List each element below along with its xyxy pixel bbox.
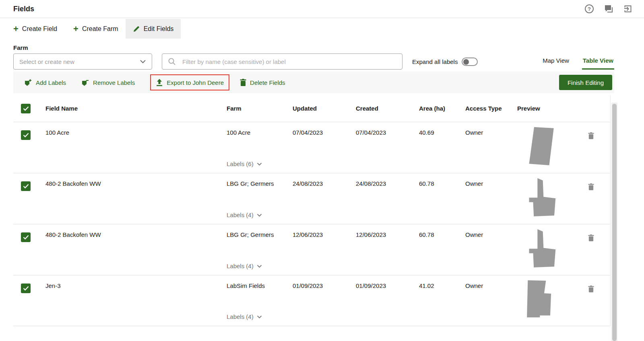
updated-date: 07/04/2023 [293,122,356,173]
labels-expander[interactable]: Labels (6) [227,160,293,167]
farm-name: LBG Gr; Germers [227,231,293,238]
col-header-access-type: Access Type [465,105,517,112]
field-preview-shape [517,275,588,326]
created-date: 01/09/2023 [356,275,419,326]
area-value: 40.69 [419,122,465,173]
logout-icon[interactable] [623,4,633,14]
finish-editing-button[interactable]: Finish Editing [559,75,612,90]
farm-name: 100 Acre [227,129,293,136]
view-tabs: Map View Table View [542,55,614,70]
create-farm-button[interactable]: + Create Farm [66,19,126,39]
help-icon[interactable]: ? [584,4,594,14]
add-labels-button[interactable]: Add Labels [24,78,66,86]
field-name: 100 Acre [45,122,227,173]
remove-label-icon [81,78,89,86]
edit-fields-label: Edit Fields [144,25,174,33]
table-row: 480-2 Backofen WW LBG Gr; Germers Labels… [13,173,610,224]
remove-labels-button[interactable]: Remove Labels [81,78,135,86]
delete-fields-button[interactable]: Delete Fields [240,79,285,86]
field-name: 480-2 Backofen WW [45,224,227,275]
row-checkbox[interactable] [21,232,31,242]
chevron-down-icon [257,265,262,268]
farm-select[interactable]: Select or create new [13,53,152,70]
export-to-john-deere-button[interactable]: Export to John Deere [156,78,224,86]
mode-buttons-row: + Create Field + Create Farm Edit Fields [13,19,644,39]
updated-date: 01/09/2023 [293,275,356,326]
expand-labels-group: Expand all labels [412,58,478,66]
row-checkbox[interactable] [21,283,31,293]
field-filter-searchbox [162,53,402,70]
select-all-checkbox[interactable] [21,104,31,113]
labels-expander[interactable]: Labels (4) [227,313,293,320]
create-field-button[interactable]: + Create Field [13,19,66,39]
field-name: Jen-3 [45,275,227,326]
create-field-label: Create Field [22,25,57,33]
col-header-area: Area (ha) [419,105,465,112]
farm-name: LabSim Fields [227,282,293,289]
col-header-farm: Farm [227,105,293,112]
delete-row-button[interactable] [588,183,594,191]
annotation-highlight-box: Export to John Deere [150,74,229,90]
fields-table: Field Name Farm Updated Created Area (ha… [13,95,611,326]
updated-date: 12/06/2023 [293,224,356,275]
farm-select-label: Farm [13,44,644,51]
pencil-icon [133,25,140,33]
col-header-updated: Updated [293,105,356,112]
area-value: 60.78 [419,173,465,224]
col-header-field-name: Field Name [45,105,227,112]
upload-icon [156,78,163,86]
svg-text:?: ? [588,6,591,12]
delete-row-button[interactable] [588,131,594,140]
chevron-down-icon [257,162,262,166]
expand-labels-toggle[interactable] [462,58,478,66]
plus-icon: + [73,25,78,33]
chevron-down-icon [257,214,262,217]
field-preview-shape [517,122,588,173]
feedback-chat-icon[interactable] [604,4,613,14]
labels-expander[interactable]: Labels (4) [227,263,293,269]
search-icon [168,58,176,66]
tab-map-view[interactable]: Map View [542,55,570,70]
farm-name: LBG Gr; Germers [227,180,293,187]
tab-table-view[interactable]: Table View [582,55,614,70]
delete-row-button[interactable] [588,285,594,294]
add-label-icon [24,78,32,86]
area-value: 60.78 [419,224,465,275]
table-row: Jen-3 LabSim Fields Labels (4) 01/09/202… [13,275,610,326]
plus-icon: + [13,25,19,33]
farm-select-value: Select or create new [19,58,74,65]
created-date: 07/04/2023 [356,122,419,173]
edit-fields-button[interactable]: Edit Fields [126,19,181,39]
col-header-preview: Preview [517,105,588,112]
scrollbar-thumb[interactable] [612,104,617,341]
access-type: Owner [465,173,517,224]
access-type: Owner [465,275,517,326]
access-type: Owner [465,122,517,173]
toggle-knob [463,59,469,65]
field-preview-shape [517,173,588,224]
field-filter-input[interactable] [182,58,396,65]
row-checkbox[interactable] [21,181,31,191]
topbar-icons: ? [584,4,633,14]
row-checkbox[interactable] [21,130,31,140]
labels-expander[interactable]: Labels (4) [227,212,293,218]
field-name: 480-2 Backofen WW [45,173,227,224]
trash-icon [240,79,246,86]
updated-date: 24/08/2023 [293,173,356,224]
table-row: 100 Acre 100 Acre Labels (6) 07/04/2023 … [13,122,610,173]
expand-labels-label: Expand all labels [412,58,458,65]
table-row: 480-2 Backofen WW LBG Gr; Germers Labels… [13,224,610,275]
page-title: Fields [13,5,34,13]
created-date: 12/06/2023 [356,224,419,275]
field-preview-shape [517,224,588,275]
create-farm-label: Create Farm [82,25,118,33]
table-header-row: Field Name Farm Updated Created Area (ha… [13,95,610,122]
chevron-down-icon [140,60,146,64]
created-date: 24/08/2023 [356,173,419,224]
delete-row-button[interactable] [588,234,594,242]
bulk-action-toolbar: Add Labels Remove Labels Export to John … [13,72,614,93]
col-header-created: Created [356,105,419,112]
chevron-down-icon [257,315,262,318]
vertical-scrollbar[interactable] [611,103,617,341]
filter-row: Select or create new Expand all labels M… [13,53,614,70]
